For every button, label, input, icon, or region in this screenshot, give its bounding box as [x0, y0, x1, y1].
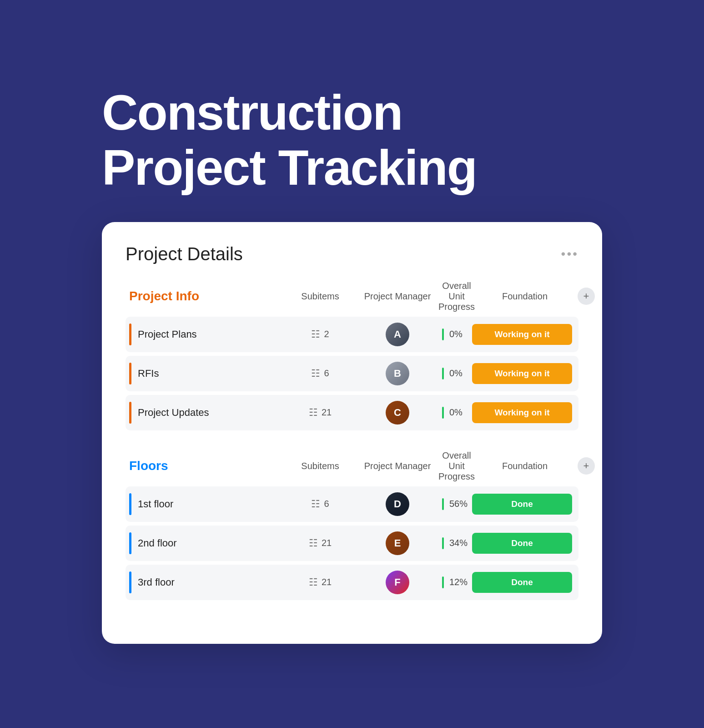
status-badge[interactable]: Working on it [472, 324, 572, 345]
subitems-icon: ☷ [309, 537, 318, 549]
avatar-cell: C [357, 401, 438, 425]
progress-percent: 34% [449, 538, 468, 548]
subitems-count: 6 [324, 499, 329, 509]
row-name-label: RFIs [138, 368, 159, 379]
avatar: D [386, 492, 409, 516]
progress-cell: 12% [438, 576, 472, 588]
project-card: Project Details ••• Project InfoSubitems… [102, 222, 602, 644]
col-header-2: Overall Unit Progress [438, 450, 475, 482]
avatar-cell: A [357, 323, 438, 346]
progress-bar-bg [442, 329, 444, 340]
progress-percent: 0% [449, 329, 468, 339]
progress-cell: 56% [438, 498, 472, 510]
subitems-cell: ☷21 [284, 407, 357, 419]
avatar: F [386, 571, 409, 594]
subitems-cell: ☷21 [284, 537, 357, 549]
section-title-floors: Floors [129, 459, 284, 473]
section-header-floors: FloorsSubitemsProject ManagerOverall Uni… [126, 450, 578, 482]
row-accent-bar [129, 532, 131, 554]
avatar-cell: B [357, 362, 438, 385]
row-name-cell: Project Plans [129, 324, 284, 345]
progress-percent: 56% [449, 499, 468, 509]
progress-bar-bg [442, 498, 444, 510]
progress-bar-bg [442, 576, 444, 588]
row-accent-bar [129, 324, 131, 345]
col-header-3: Foundation [475, 291, 575, 302]
progress-bar-bg [442, 368, 444, 379]
row-accent-bar [129, 493, 131, 515]
row-accent-bar [129, 363, 131, 384]
progress-cell: 0% [438, 407, 472, 419]
subitems-cell: ☷6 [284, 368, 357, 379]
row-accent-bar [129, 402, 131, 424]
row-name-label: 1st floor [138, 498, 173, 510]
subitems-cell: ☷21 [284, 576, 357, 588]
progress-cell: 34% [438, 537, 472, 549]
row-name-cell: 3rd floor [129, 571, 284, 593]
subitems-cell: ☷6 [284, 498, 357, 510]
table-row: 3rd floor☷21F12%Done [126, 565, 578, 600]
progress-percent: 0% [449, 368, 468, 379]
row-name-cell: RFIs [129, 363, 284, 384]
col-header-2: Overall Unit Progress [438, 281, 475, 312]
card-header: Project Details ••• [126, 244, 578, 264]
progress-percent: 12% [449, 577, 468, 587]
subitems-icon: ☷ [311, 498, 320, 510]
avatar-cell: F [357, 571, 438, 594]
col-header-1: Project Manager [357, 461, 438, 471]
subitems-icon: ☷ [311, 368, 320, 379]
card-title: Project Details [126, 244, 243, 264]
add-column-button-floors[interactable]: + [578, 457, 595, 475]
row-name-cell: 2nd floor [129, 532, 284, 554]
progress-percent: 0% [449, 407, 468, 418]
hero-title: Construction Project Tracking [102, 85, 602, 195]
subitems-count: 2 [324, 329, 329, 339]
section-project-info: Project InfoSubitemsProject ManagerOvera… [126, 281, 578, 430]
more-options-icon[interactable]: ••• [561, 247, 578, 261]
section-title-project-info: Project Info [129, 289, 284, 303]
col-header-3: Foundation [475, 461, 575, 471]
subitems-cell: ☷2 [284, 329, 357, 340]
subitems-count: 21 [322, 538, 332, 548]
section-header-project-info: Project InfoSubitemsProject ManagerOvera… [126, 281, 578, 312]
avatar: C [386, 401, 409, 425]
status-badge[interactable]: Working on it [472, 363, 572, 384]
avatar: A [386, 323, 409, 346]
table-row: 2nd floor☷21E34%Done [126, 526, 578, 561]
table-row: 1st floor☷6D56%Done [126, 486, 578, 522]
subitems-icon: ☷ [311, 329, 320, 340]
section-floors: FloorsSubitemsProject ManagerOverall Uni… [126, 450, 578, 600]
add-column-button-project-info[interactable]: + [578, 288, 595, 305]
progress-bar-bg [442, 537, 444, 549]
table-row: Project Updates☷21C0%Working on it [126, 395, 578, 430]
avatar: E [386, 531, 409, 555]
status-badge[interactable]: Done [472, 494, 572, 515]
subitems-count: 6 [324, 368, 329, 379]
col-header-1: Project Manager [357, 291, 438, 302]
row-accent-bar [129, 571, 131, 593]
avatar: B [386, 362, 409, 385]
row-name-label: Project Updates [138, 407, 209, 419]
row-name-cell: Project Updates [129, 402, 284, 424]
col-header-0: Subitems [284, 291, 357, 302]
outer-wrapper: Construction Project Tracking Project De… [34, 85, 670, 644]
avatar-cell: D [357, 492, 438, 516]
row-name-cell: 1st floor [129, 493, 284, 515]
avatar-cell: E [357, 531, 438, 555]
subitems-icon: ☷ [309, 576, 318, 588]
row-name-label: 3rd floor [138, 576, 175, 588]
row-name-label: 2nd floor [138, 537, 177, 549]
subitems-count: 21 [322, 577, 332, 587]
status-badge[interactable]: Done [472, 533, 572, 554]
table-row: RFIs☷6B0%Working on it [126, 356, 578, 391]
col-header-0: Subitems [284, 461, 357, 471]
progress-cell: 0% [438, 368, 472, 379]
progress-bar-bg [442, 407, 444, 419]
table-row: Project Plans☷2A0%Working on it [126, 317, 578, 352]
subitems-count: 21 [322, 407, 332, 418]
row-name-label: Project Plans [138, 329, 197, 340]
status-badge[interactable]: Working on it [472, 402, 572, 423]
status-badge[interactable]: Done [472, 572, 572, 593]
subitems-icon: ☷ [309, 407, 318, 419]
progress-cell: 0% [438, 329, 472, 340]
